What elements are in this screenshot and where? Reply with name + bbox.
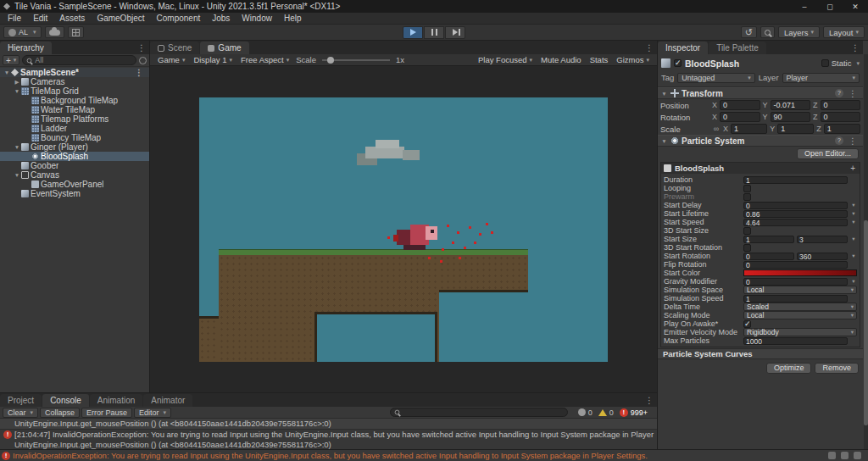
error-filter-toggle[interactable]: !999+ (620, 408, 648, 417)
dropdown-caret-icon[interactable]: ▾ (850, 202, 857, 208)
hierarchy-item-gameoverpanel[interactable]: GameOverPanel (0, 180, 149, 189)
position-y-field[interactable]: -0.071 (771, 100, 810, 110)
ps-dropdown[interactable]: Local▾ (743, 311, 857, 319)
menu-jobs[interactable]: Jobs (206, 14, 236, 23)
dropdown-caret-icon[interactable]: ▾ (850, 210, 857, 217)
menu-help[interactable]: Help (278, 14, 308, 23)
aspect-ratio-dropdown[interactable]: Free Aspect▾ (236, 55, 293, 64)
rotation-y-field[interactable]: 90 (771, 112, 810, 122)
hierarchy-search-input[interactable]: All (22, 55, 136, 65)
hierarchy-item-goober[interactable]: Goober (0, 161, 149, 170)
gizmos-dropdown[interactable]: Gizmos▾ (612, 55, 654, 64)
scale-x-field[interactable]: 1 (731, 124, 767, 134)
ps-value-field-max[interactable]: 3 (797, 236, 848, 243)
menu-gameobject[interactable]: GameObject (91, 14, 150, 23)
ps-dropdown[interactable]: Scaled▾ (743, 303, 857, 311)
ps-value-field[interactable]: 1 (743, 295, 848, 303)
clear-button[interactable]: Clear▾ (3, 408, 38, 418)
scale-slider[interactable] (322, 59, 390, 61)
minimize-button[interactable]: – (792, 0, 817, 13)
play-focused-dropdown[interactable]: Play Focused▾ (474, 55, 537, 64)
info-filter-toggle[interactable]: 0 (578, 408, 593, 417)
rotation-z-field[interactable]: 0 (821, 112, 860, 122)
ps-checkbox[interactable] (743, 227, 751, 235)
static-checkbox[interactable] (821, 59, 829, 67)
step-button[interactable] (445, 26, 465, 39)
hierarchy-item-bouncy-tilemap[interactable]: Bouncy TileMap (0, 133, 149, 142)
console-search-input[interactable] (390, 408, 568, 417)
maximize-button[interactable]: ◻ (817, 0, 843, 13)
start-color-swatch[interactable] (743, 269, 857, 276)
notification-icon[interactable] (841, 452, 849, 459)
collapse-toggle[interactable]: Collapse (40, 408, 80, 418)
layer-dropdown[interactable]: Player▾ (782, 73, 860, 83)
ps-value-field[interactable]: 0.86 (743, 210, 848, 218)
hierarchy-item-ginger-player[interactable]: ▼Ginger (Player) (0, 142, 149, 152)
stats-toggle[interactable]: Stats (586, 55, 613, 64)
hierarchy-item-background-tilemap[interactable]: Background TileMap (0, 96, 149, 105)
ps-dropdown[interactable]: Rigidbody▾ (743, 328, 857, 336)
ps-value-field[interactable]: 1 (743, 176, 848, 184)
ps-value-field[interactable]: 1 (743, 236, 794, 243)
scale-y-field[interactable]: 1 (777, 124, 814, 134)
menu-assets[interactable]: Assets (53, 14, 91, 23)
tag-dropdown[interactable]: Untagged▾ (677, 73, 754, 83)
particle-module-header[interactable]: BloodSplash + (661, 163, 860, 174)
hierarchy-item-cameras[interactable]: ▶Cameras (0, 77, 149, 86)
dropdown-caret-icon[interactable]: ▾ (850, 278, 857, 285)
warning-filter-toggle[interactable]: 0 (598, 408, 614, 417)
scrollbar-thumb[interactable] (864, 220, 868, 425)
console-entry[interactable]: UnityEngine.Input.get_mousePosition () (… (0, 419, 657, 430)
help-icon[interactable]: ? (835, 136, 843, 145)
tab-game[interactable]: Game (200, 42, 248, 54)
position-x-field[interactable]: 0 (720, 100, 760, 110)
inspector-scrollbar[interactable] (864, 54, 868, 449)
services-button[interactable] (68, 26, 84, 38)
fold-arrow-icon[interactable]: ▼ (13, 88, 21, 94)
close-button[interactable]: ✕ (843, 0, 868, 13)
global-search-button[interactable] (760, 26, 775, 38)
scale-link-icon[interactable]: ∞ (712, 125, 721, 133)
inspector-menu-icon[interactable]: ⋮ (848, 43, 863, 53)
remove-button[interactable]: Remove (815, 363, 859, 374)
particle-system-header[interactable]: ▼ Particle System ?⋮ (658, 135, 863, 147)
console-entry[interactable]: ![21:04:47] InvalidOperationException: Y… (0, 430, 657, 449)
hierarchy-item-canvas[interactable]: ▼Canvas (0, 170, 149, 180)
tab-inspector[interactable]: Inspector (658, 42, 708, 54)
scene-options-icon[interactable]: ⋮ (131, 68, 147, 77)
scale-slider-thumb[interactable] (327, 57, 334, 64)
hierarchy-menu-icon[interactable]: ⋮ (134, 43, 149, 53)
console-toggle-icon[interactable] (854, 452, 861, 459)
menu-component[interactable]: Component (151, 14, 207, 23)
hierarchy-item-tilemap-grid[interactable]: ▼TileMap Grid (0, 86, 149, 96)
particle-system-menu-icon[interactable]: ⋮ (845, 136, 860, 146)
layers-dropdown[interactable]: Layers▾ (778, 26, 820, 38)
hierarchy-item-water-tilemap[interactable]: Water TileMap (0, 105, 149, 114)
fold-arrow-icon[interactable]: ▼ (13, 172, 21, 178)
add-gameobject-button[interactable]: +▾ (3, 55, 19, 65)
game-viewport[interactable] (199, 97, 608, 362)
fold-arrow-icon[interactable]: ▼ (13, 144, 21, 150)
ps-dropdown[interactable]: Local▾ (743, 286, 857, 294)
ps-value-field[interactable]: 0 (743, 202, 848, 209)
ps-checkbox[interactable] (743, 244, 751, 252)
tab-scene[interactable]: Scene (150, 42, 199, 54)
console-menu-icon[interactable]: ⋮ (642, 396, 657, 405)
mute-audio-toggle[interactable]: Mute Audio (537, 55, 586, 64)
undo-history-button[interactable]: ↺ (741, 26, 757, 38)
hierarchy-item-tilemap-platforms[interactable]: Tilemap Platforms (0, 114, 149, 124)
display-dropdown[interactable]: Display 1▾ (189, 55, 236, 64)
cloud-button[interactable] (45, 26, 64, 38)
error-pause-toggle[interactable]: Error Pause (81, 408, 132, 418)
tab-hierarchy[interactable]: Hierarchy (0, 42, 52, 54)
rotation-x-field[interactable]: 0 (720, 112, 760, 122)
account-button[interactable]: AL ▾ (3, 26, 42, 38)
display-target-dropdown[interactable]: Game▾ (153, 55, 189, 64)
dropdown-caret-icon[interactable]: ▾ (850, 253, 857, 259)
optimize-button[interactable]: Optimize (766, 363, 812, 374)
hierarchy-item-eventsystem[interactable]: EventSystem (0, 189, 149, 198)
ps-value-field[interactable]: 0 (743, 278, 848, 286)
game-view-menu-icon[interactable]: ⋮ (642, 43, 657, 53)
scale-z-field[interactable]: 1 (824, 124, 860, 134)
particle-curves-header[interactable]: Particle System Curves (658, 348, 863, 359)
